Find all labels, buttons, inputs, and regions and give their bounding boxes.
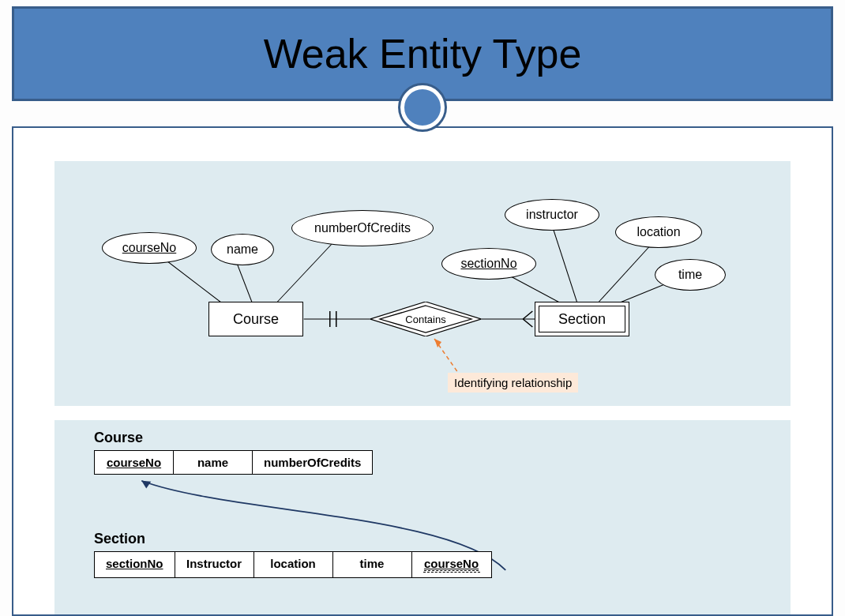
- svg-line-13: [434, 339, 458, 373]
- col-courseNo: courseNo: [95, 451, 174, 474]
- content-frame: courseNo name numberOfCredits sectionNo …: [12, 126, 833, 616]
- fk-arrow: [54, 420, 791, 614]
- relationship-label: Contains: [405, 314, 445, 325]
- col-sectionNo: sectionNo: [95, 552, 175, 577]
- attr-time: time: [655, 259, 726, 291]
- relational-schema-panel: Course courseNo name numberOfCredits Sec…: [54, 420, 791, 614]
- col-instructor: Instructor: [175, 552, 254, 577]
- col-fk-courseNo: courseNo: [412, 552, 491, 577]
- attr-label: sectionNo: [460, 257, 516, 271]
- er-diagram-panel: courseNo name numberOfCredits sectionNo …: [54, 161, 791, 406]
- attr-label: instructor: [526, 208, 578, 222]
- attr-label: time: [678, 268, 702, 282]
- attr-label: location: [637, 225, 680, 239]
- schema-section-row: sectionNo Instructor location time cours…: [94, 551, 492, 578]
- col-location: location: [254, 552, 333, 577]
- relationship-contains: Contains: [370, 302, 481, 336]
- entity-course: Course: [208, 302, 303, 336]
- col-time: time: [333, 552, 412, 577]
- attr-courseNo: courseNo: [102, 232, 197, 264]
- attr-name: name: [211, 234, 274, 265]
- attr-sectionNo: sectionNo: [441, 248, 536, 280]
- attr-label: courseNo: [122, 241, 176, 255]
- schema-course-title: Course: [94, 430, 143, 446]
- annotation-identifying-relationship: Identifying relationship: [448, 373, 578, 393]
- decor-circle: [400, 85, 445, 130]
- schema-course-row: courseNo name numberOfCredits: [94, 450, 373, 475]
- entity-label: Section: [558, 311, 606, 328]
- attr-numberOfCredits: numberOfCredits: [291, 210, 434, 246]
- attr-label: numberOfCredits: [314, 221, 411, 235]
- svg-line-12: [523, 319, 532, 327]
- attr-label: name: [227, 242, 258, 257]
- attr-instructor: instructor: [505, 199, 599, 231]
- svg-line-2: [276, 240, 336, 303]
- attr-location: location: [615, 216, 702, 248]
- col-name: name: [174, 451, 253, 474]
- schema-section-title: Section: [94, 531, 145, 547]
- page-title: Weak Entity Type: [264, 30, 582, 77]
- svg-marker-17: [141, 481, 151, 489]
- col-numberOfCredits: numberOfCredits: [253, 451, 372, 474]
- svg-marker-14: [434, 339, 441, 347]
- entity-label: Course: [233, 311, 279, 328]
- entity-section-weak: Section: [535, 302, 629, 336]
- svg-line-11: [523, 311, 532, 319]
- annotation-label: Identifying relationship: [454, 376, 572, 389]
